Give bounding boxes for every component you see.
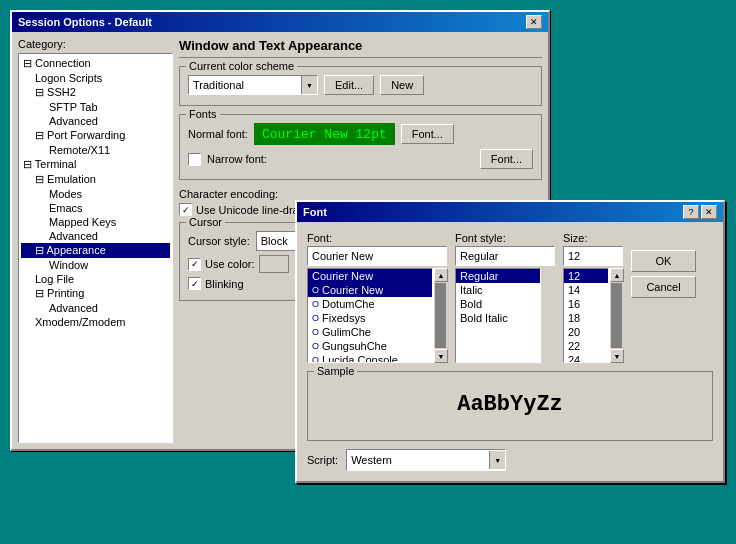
font-list-item[interactable]: O GulimChe [308,325,432,339]
fonts-label: Fonts [186,108,220,120]
tree-item[interactable]: ⊟ Port Forwarding [21,128,170,143]
tree-item[interactable]: Advanced [21,301,170,315]
font-dialog: Font ? ✕ Font: Courier New O Courier New… [295,200,725,483]
style-list[interactable]: Regular Italic Bold Bold Italic [455,268,541,363]
font-type-icon: O [312,341,319,351]
size-list-item[interactable]: 18 [564,311,608,325]
tree-item[interactable]: Remote/X11 [21,143,170,157]
color-scheme-group: Current color scheme Traditional ▼ Edit.… [179,66,542,106]
blinking-label: Blinking [205,278,244,290]
size-list-item[interactable]: 12 [564,269,608,283]
narrow-font-button[interactable]: Font... [480,149,533,169]
color-scheme-dropdown[interactable]: Traditional ▼ [188,75,318,95]
font-list-scrollbar[interactable]: ▲ ▼ [433,268,447,363]
size-list-item[interactable]: 22 [564,339,608,353]
ok-button[interactable]: OK [631,250,696,272]
font-columns: Font: Courier New O Courier New O DotumC… [307,232,713,363]
encoding-label: Character encoding: [179,188,542,200]
color-scheme-label: Current color scheme [186,60,297,72]
cursor-style-label: Cursor style: [188,235,250,247]
edit-button[interactable]: Edit... [324,75,374,95]
font-title-buttons: ? ✕ [683,205,717,219]
font-style-input[interactable] [455,246,555,266]
font-list[interactable]: Courier New O Courier New O DotumChe O F… [307,268,433,363]
cancel-button[interactable]: Cancel [631,276,696,298]
font-dialog-title-bar: Font ? ✕ [297,202,723,222]
sample-label: Sample [314,365,357,377]
scroll-up-icon[interactable]: ▲ [610,268,624,282]
size-list-scrollbar[interactable]: ▲ ▼ [609,268,623,363]
font-col-label: Font: [307,232,447,244]
size-list[interactable]: 12 14 16 18 20 22 24 [563,268,609,363]
style-list-item[interactable]: Bold Italic [456,311,540,325]
font-name-input[interactable] [307,246,447,266]
font-list-item[interactable]: Courier New [308,269,432,283]
tree-item[interactable]: ⊟ Emulation [21,172,170,187]
category-label: Category: [18,38,173,50]
style-list-item[interactable]: Bold [456,297,540,311]
tree-container[interactable]: ⊟ Connection Logon Scripts ⊟ SSH2 SFTP T… [18,53,173,443]
script-row: Script: Western ▼ [307,449,713,471]
scroll-up-icon[interactable]: ▲ [434,268,448,282]
size-list-item[interactable]: 16 [564,297,608,311]
font-size-input[interactable] [563,246,623,266]
size-list-item[interactable]: 20 [564,325,608,339]
tree-item[interactable]: Window [21,258,170,272]
font-button[interactable]: Font... [401,124,454,144]
tree-item[interactable]: Advanced [21,114,170,128]
style-list-item[interactable]: Italic [456,283,540,297]
font-list-item[interactable]: O Fixedsys [308,311,432,325]
blinking-checkbox[interactable]: ✓ [188,277,201,290]
unicode-checkbox[interactable]: ✓ [179,203,192,216]
narrow-font-row: Narrow font: Font... [188,149,533,169]
script-label: Script: [307,454,338,466]
script-dropdown-arrow-icon[interactable]: ▼ [489,451,505,469]
new-button[interactable]: New [380,75,424,95]
close-button[interactable]: ✕ [526,15,542,29]
style-col-label: Font style: [455,232,555,244]
style-list-container: Regular Italic Bold Bold Italic [455,268,555,363]
font-dialog-title: Font [303,206,327,218]
dropdown-arrow-icon[interactable]: ▼ [301,76,317,94]
scroll-down-icon[interactable]: ▼ [434,349,448,363]
font-type-icon: O [312,285,319,295]
size-list-item[interactable]: 24 [564,353,608,363]
tree-item[interactable]: Log File [21,272,170,286]
tree-item[interactable]: Emacs [21,201,170,215]
use-color-checkbox[interactable]: ✓ [188,258,201,271]
tree-item[interactable]: Mapped Keys [21,215,170,229]
tree-item[interactable]: ⊟ SSH2 [21,85,170,100]
scroll-down-icon[interactable]: ▼ [610,349,624,363]
style-list-item[interactable]: Regular [456,269,540,283]
font-help-button[interactable]: ? [683,205,699,219]
color-scheme-value: Traditional [189,79,301,91]
cursor-group-label: Cursor [186,216,225,228]
font-close-button[interactable]: ✕ [701,205,717,219]
font-list-item[interactable]: O GungsuhChe [308,339,432,353]
font-name-column: Font: Courier New O Courier New O DotumC… [307,232,447,363]
tree-item[interactable]: Logon Scripts [21,71,170,85]
tree-item[interactable]: Advanced [21,229,170,243]
size-col-label: Size: [563,232,623,244]
script-dropdown[interactable]: Western ▼ [346,449,506,471]
tree-item[interactable]: ⊟ Terminal [21,157,170,172]
color-swatch [259,255,289,273]
tree-item-appearance[interactable]: ⊟ Appearance [21,243,170,258]
size-list-item[interactable]: 14 [564,283,608,297]
font-dialog-body: Font: Courier New O Courier New O DotumC… [297,222,723,481]
scroll-thumb[interactable] [611,283,622,348]
font-type-icon: O [312,327,319,337]
scroll-thumb[interactable] [435,283,446,348]
font-type-icon: O [312,299,319,309]
tree-item[interactable]: Modes [21,187,170,201]
font-list-item[interactable]: O DotumChe [308,297,432,311]
font-list-item[interactable]: O Lucida Console [308,353,432,363]
tree-item[interactable]: ⊟ Connection [21,56,170,71]
tree-item[interactable]: ⊟ Printing [21,286,170,301]
title-bar-buttons: ✕ [526,15,542,29]
font-list-item[interactable]: O Courier New [308,283,432,297]
font-type-icon: O [312,355,319,363]
tree-item[interactable]: SFTP Tab [21,100,170,114]
tree-item[interactable]: Xmodem/Zmodem [21,315,170,329]
narrow-font-checkbox[interactable] [188,153,201,166]
